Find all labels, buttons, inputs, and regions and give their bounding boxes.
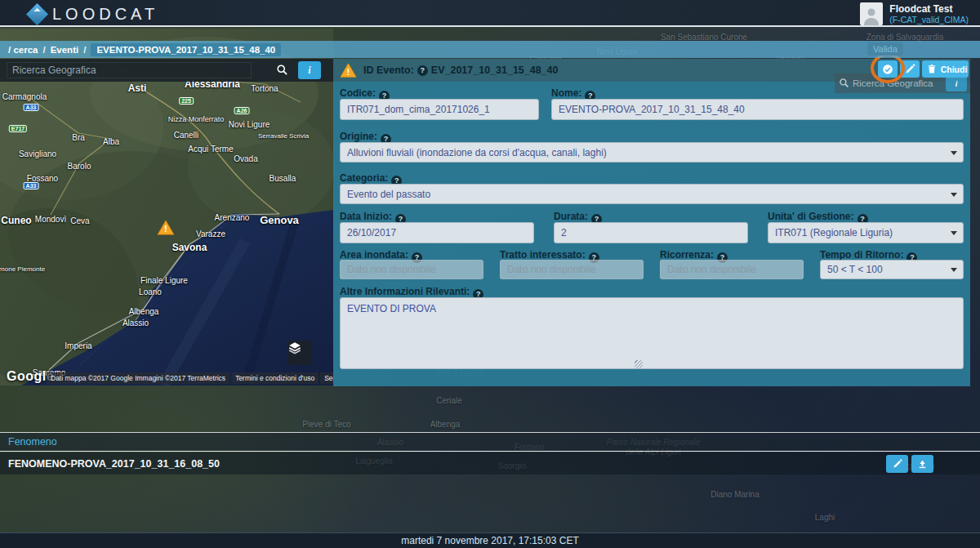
geo-search-input[interactable] (7, 62, 252, 78)
warning-icon: ! (340, 63, 357, 78)
codice-label: Codice: (340, 87, 376, 99)
road-shield-label: A26 (234, 107, 250, 114)
map-layers-button[interactable] (287, 341, 312, 365)
categoria-label: Categoria: (340, 172, 388, 184)
map-town-label: Finale Ligure (140, 276, 188, 285)
user-menu[interactable]: Floodcat Test (F-CAT_valid_CIMA) (860, 2, 969, 25)
geographic-map[interactable]: CarmagnolaAstiAlessandriaTortonaSaviglia… (0, 29, 333, 385)
area-inondata-field[interactable] (340, 260, 483, 279)
ricorrenza-label: Ricorrenza: (660, 249, 714, 261)
fenomeno-edit-button[interactable] (886, 455, 908, 473)
durata-field[interactable] (554, 222, 748, 243)
altre-info-label: Altre Informazioni Rilevanti: (340, 286, 470, 297)
ricorrenza-field[interactable] (660, 260, 804, 279)
nome-field[interactable] (551, 99, 964, 120)
app-header: LOODCAT Floodcat Test (F-CAT_valid_CIMA) (0, 0, 980, 27)
origine-select[interactable]: Alluvioni fluviali (inondazione da corsi… (340, 142, 964, 163)
pencil-icon (893, 459, 902, 469)
map-town-label: Alassio (122, 319, 149, 327)
avatar (860, 2, 883, 25)
map-town-label: Carmagnola (2, 92, 47, 101)
map-town-label: Savona (172, 242, 207, 253)
tempo-ritorno-value: 50 < T < 100 (827, 264, 883, 275)
user-name: Floodcat Test (889, 3, 969, 15)
fenomeno-title[interactable]: Fenomeno (8, 436, 57, 448)
map-town-label: Barolo (68, 162, 91, 171)
fenomeno-upload-button[interactable] (911, 455, 933, 473)
breadcrumb-cerca[interactable]: / cerca (8, 45, 38, 55)
data-inizio-field[interactable] (340, 222, 534, 243)
svg-text:!: ! (164, 223, 167, 234)
road-shield-label: A33 (24, 182, 39, 189)
origine-label: Origine: (340, 131, 377, 142)
search-icon (839, 78, 849, 88)
geo-search-bar: i (0, 59, 333, 82)
check-circle-icon (882, 64, 893, 75)
event-id-value: EV_2017_10_31_15_48_40 (431, 65, 559, 76)
textarea-resize-grip[interactable] (635, 360, 643, 368)
fenomeno-row[interactable]: FENOMENO-PROVA_2017_10_31_16_08_50 (0, 452, 980, 474)
geo-search-placeholder: Ricerca Geografica (853, 78, 933, 88)
categoria-select[interactable]: Evento del passato (340, 184, 964, 204)
tempo-ritorno-select[interactable]: 50 < T < 100 (820, 260, 964, 279)
map-town-label: Genova (260, 214, 299, 226)
background-map-label: Diano Marina (710, 490, 759, 499)
breadcrumb: / cerca / Eventi / EVENTO-PROVA_2017_10_… (0, 41, 980, 58)
breadcrumb-separator: / (42, 45, 45, 55)
terms-link[interactable]: Termini e condizioni d'uso (231, 372, 318, 384)
map-attribution: Dati mappa ©2017 Google Immagini ©2017 T… (47, 372, 328, 384)
map-town-label: Loano (139, 287, 162, 296)
tempo-ritorno-label: Tempo di Ritorno: (820, 249, 903, 261)
user-role: (F-CAT_valid_CIMA) (889, 15, 969, 25)
upload-icon (917, 459, 928, 470)
map-town-label: Canelli (174, 131, 199, 140)
app-logo-text: LOODCAT (52, 5, 158, 24)
map-town-label: Varazze (196, 229, 225, 238)
attribution-text: Dati mappa ©2017 Google Immagini ©2017 T… (47, 372, 229, 384)
background-map-label: Albenga (430, 420, 461, 429)
info-button[interactable]: i (298, 61, 321, 79)
map-town-label: Acqui Terme (188, 145, 233, 154)
close-button[interactable]: Chiudi (939, 60, 969, 78)
map-town-label: Imperia (65, 341, 91, 350)
status-datetime: martedi 7 novembre 2017, 17:15:03 CET (401, 535, 578, 546)
validate-button[interactable] (878, 60, 898, 78)
map-town-label: Nizza Monferrato (168, 115, 225, 123)
background-map-label: Laghi (815, 513, 835, 522)
tratto-interessato-field[interactable] (500, 260, 644, 279)
map-town-label: Ovada (234, 154, 257, 163)
map-town-label: Busalla (270, 174, 296, 183)
data-inizio-label: Data Inizio: (340, 211, 392, 222)
search-icon[interactable] (276, 64, 288, 76)
area-inondata-label: Area inondata: (340, 249, 408, 261)
app-logo[interactable]: LOODCAT (29, 4, 158, 24)
road-shield-label: E717 (9, 125, 27, 132)
pencil-icon (905, 64, 915, 74)
origine-value: Alluvioni fluviali (inondazione da corsi… (347, 147, 607, 158)
nome-label: Nome: (551, 87, 581, 99)
trash-icon (927, 64, 937, 74)
map-town-label: Alba (103, 137, 119, 146)
person-icon (862, 6, 881, 25)
altre-info-textarea[interactable]: EVENTO DI PROVA (340, 297, 964, 369)
report-error-link[interactable]: Segnala un errore nella mappa (320, 372, 333, 384)
floodcat-diamond-icon (26, 3, 48, 25)
codice-field[interactable] (340, 99, 539, 120)
map-town-label: Novi Ligure (229, 120, 270, 129)
help-icon[interactable]: ? (417, 65, 428, 76)
status-bar: martedi 7 novembre 2017, 17:15:03 CET (0, 532, 980, 548)
info-button[interactable]: i (946, 75, 967, 91)
map-town-label: Limone Piemonte (0, 265, 45, 273)
map-town-label: Arenzano (215, 213, 250, 222)
unita-gestione-value: ITR071 (Regionale Liguria) (775, 227, 893, 238)
map-town-label: Asti (128, 82, 147, 94)
map-town-label: Cuneo (1, 215, 31, 226)
map-town-label: Serravalle Scrivia (258, 132, 309, 140)
unita-gestione-select[interactable]: ITR071 (Regionale Liguria) (768, 222, 964, 243)
breadcrumb-current-event[interactable]: EVENTO-PROVA_2017_10_31_15_48_40 (91, 43, 281, 56)
layers-icon (287, 341, 302, 355)
breadcrumb-eventi[interactable]: Eventi (51, 45, 79, 55)
event-id-label: ID Evento: (363, 65, 414, 76)
categoria-value: Evento del passato (347, 189, 430, 200)
edit-button[interactable] (900, 60, 920, 78)
